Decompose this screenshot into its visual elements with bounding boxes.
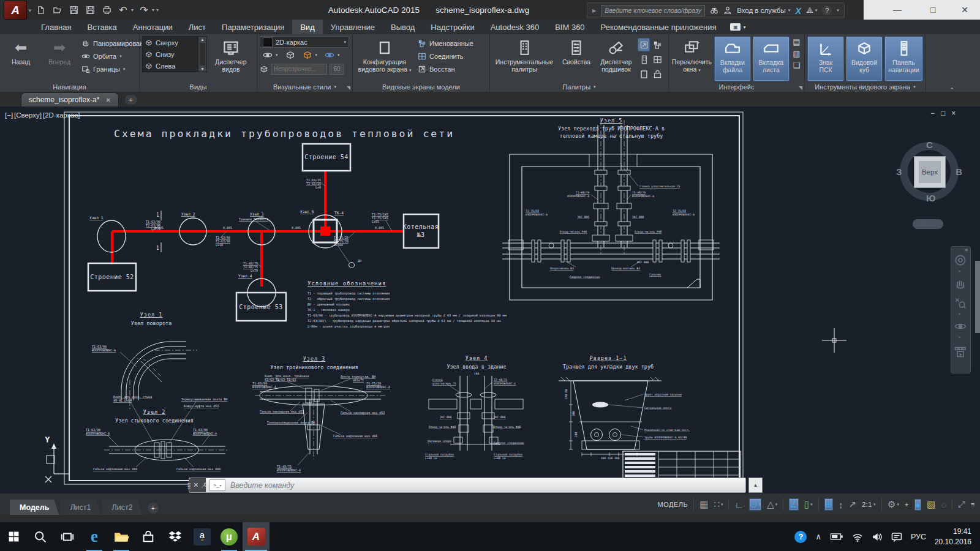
minimize-button[interactable]: — <box>888 3 907 17</box>
compass-north[interactable]: С <box>926 140 933 150</box>
redo-button[interactable]: ↷ <box>138 4 150 16</box>
new-file-button[interactable] <box>34 4 47 16</box>
clock[interactable]: 19:41 20.10.2016 <box>935 527 971 546</box>
autocad-taskbar-icon[interactable]: A <box>243 522 270 551</box>
ribbon-display-toggle[interactable]: ▣▾ <box>730 20 745 34</box>
file-tab-active[interactable]: scheme_isoproflex-a*✕ <box>21 92 119 107</box>
task-view-button[interactable] <box>54 522 81 551</box>
view-top[interactable]: Сверху <box>143 37 198 48</box>
materials-button[interactable]: ▾ <box>323 50 342 61</box>
compass-west[interactable]: З <box>896 167 902 177</box>
tab-vstavka[interactable]: Вставка <box>79 20 124 34</box>
volume-icon[interactable] <box>872 531 883 542</box>
command-history-up-button[interactable]: ▲ <box>748 478 763 493</box>
tab-upravlenie[interactable]: Управление <box>323 20 383 34</box>
snap-mode-toggle[interactable]: ∷▾ <box>714 499 723 510</box>
object-snap-toggle[interactable]: ▯▾ <box>804 499 813 510</box>
application-menu-button[interactable]: A <box>4 1 27 20</box>
open-file-button[interactable] <box>51 4 63 16</box>
object-snap-tracking-toggle[interactable]: ∠ <box>789 498 798 511</box>
hardware-acceleration-icon[interactable]: ● <box>914 499 921 511</box>
viewcube-top-face[interactable]: Верх <box>914 156 946 188</box>
search-binoculars-icon[interactable] <box>710 6 718 15</box>
dropbox-icon[interactable] <box>162 522 189 551</box>
language-indicator[interactable]: РУС <box>911 533 926 541</box>
utorrent-icon[interactable]: µ <box>216 522 243 551</box>
close-icon[interactable]: ✕ <box>105 97 110 103</box>
markup-palette-button[interactable] <box>638 67 650 81</box>
tab-annotacii[interactable]: Аннотации <box>125 20 181 34</box>
panel-label-viewport-tools[interactable]: Инструменты видового экрана▾ <box>805 81 925 92</box>
sign-in-button[interactable]: Вход в службы▾ <box>737 7 790 14</box>
annotation-visibility-toggle[interactable]: ⊕ <box>824 498 834 511</box>
viewcube[interactable]: С Ю З В Верх <box>900 142 959 201</box>
navigation-bar-toggle-button[interactable]: Панельнавигации <box>884 36 923 81</box>
ortho-mode-toggle[interactable]: ∟ <box>734 500 744 510</box>
opacity-input[interactable] <box>271 64 327 75</box>
view-left[interactable]: Слева <box>143 60 198 72</box>
dialog-launcher-icon[interactable]: ◥ <box>347 85 350 91</box>
close-icon[interactable]: ✕ <box>964 247 968 253</box>
windows-store-icon[interactable] <box>135 522 162 551</box>
wifi-icon[interactable] <box>852 531 863 542</box>
vertical-split-icon[interactable]: ▥ <box>793 49 800 58</box>
save-as-button[interactable] <box>84 4 96 16</box>
calculator-button[interactable] <box>651 53 663 66</box>
tab-layout2[interactable]: Лист2 <box>102 500 143 515</box>
layout-tabs-toggle-button[interactable]: Вкладкалиста <box>753 36 790 81</box>
visibility-palette-button[interactable] <box>638 38 650 51</box>
new-tab-button[interactable]: + <box>125 95 137 105</box>
maximize-button[interactable]: □ <box>924 3 942 17</box>
file-tabs-toggle-button[interactable]: Вкладкифайла <box>714 36 751 81</box>
notification-icon[interactable] <box>891 531 902 542</box>
close-icon[interactable]: ✕ <box>193 481 198 489</box>
start-button[interactable] <box>0 522 27 551</box>
tab-vid[interactable]: Вид <box>292 20 323 34</box>
clean-screen-icon[interactable]: ⤢ <box>958 499 965 510</box>
tab-model[interactable]: Модель <box>10 500 59 515</box>
help-notification-icon[interactable]: ? <box>794 531 807 543</box>
tool-palettes-button[interactable]: Инструментальныепалитры <box>492 36 556 81</box>
command-line-grip[interactable]: ⣿ ✕ <box>189 478 206 492</box>
tab-list[interactable]: Лист <box>181 20 214 34</box>
model-mode-label[interactable]: МОДЕЛЬ <box>657 501 688 508</box>
dialog-launcher-icon[interactable]: ◥ <box>799 85 802 91</box>
edge-icon[interactable]: e <box>81 522 108 551</box>
close-button[interactable]: ✕ <box>956 3 974 17</box>
sheet-set-manager-button[interactable]: Диспетчерподшивок <box>597 36 636 81</box>
scrollbar-thumb[interactable] <box>975 261 980 333</box>
view-manager-button[interactable]: Диспетчервидов <box>209 36 253 81</box>
plot-button[interactable] <box>100 4 113 16</box>
isolate-objects-icon[interactable]: ▧ <box>927 499 935 510</box>
annotation-scale-icon[interactable]: ↗ <box>849 499 857 510</box>
viewcube-toggle-button[interactable]: Видовойкуб <box>846 36 883 81</box>
properties-button[interactable]: Свойства <box>558 36 595 81</box>
undo-button[interactable]: ↶ <box>117 4 129 16</box>
compass-south[interactable]: Ю <box>926 193 935 203</box>
panel-label-navigation[interactable]: Навигация <box>0 81 139 92</box>
annotation-monitor-icon[interactable]: + <box>905 501 909 508</box>
horizontal-split-icon[interactable]: ▤ <box>793 37 800 47</box>
command-input[interactable] <box>225 481 745 490</box>
tab-glavnaya[interactable]: Главная <box>33 20 79 34</box>
viewport-view-button[interactable]: [Сверху] <box>14 111 42 119</box>
qat-customize-button[interactable]: ▾ <box>156 7 159 13</box>
exchange-apps-icon[interactable]: X <box>795 6 801 16</box>
restore-viewports-button[interactable]: Восстан <box>416 63 475 75</box>
join-viewports-button[interactable]: Соединить <box>416 50 475 62</box>
back-button[interactable]: ⬅ Назад <box>2 36 39 81</box>
object-visibility-icon[interactable]: ◌ <box>941 500 946 510</box>
help-icon[interactable]: ? <box>822 6 832 15</box>
sheet-list-palette-button[interactable] <box>651 38 663 51</box>
switch-windows-button[interactable]: Переключить окна ▾ <box>671 36 712 81</box>
drawing-minimize-button[interactable]: − <box>930 109 935 118</box>
viewport-menu-button[interactable]: [−] <box>5 111 13 119</box>
clipboard-palette-button[interactable] <box>651 67 663 81</box>
sphere-style-button[interactable]: ▾ <box>261 50 280 61</box>
orbit-icon[interactable] <box>954 320 967 332</box>
taskbar-search-button[interactable] <box>27 522 54 551</box>
forward-button[interactable]: ➡ Вперед <box>41 36 78 81</box>
view-bottom[interactable]: Снизу <box>143 48 198 60</box>
tab-parametrizaciya[interactable]: Параметризация <box>214 20 292 34</box>
panel-label-visual-styles[interactable]: Визуальные стили▾◥ <box>257 81 352 92</box>
